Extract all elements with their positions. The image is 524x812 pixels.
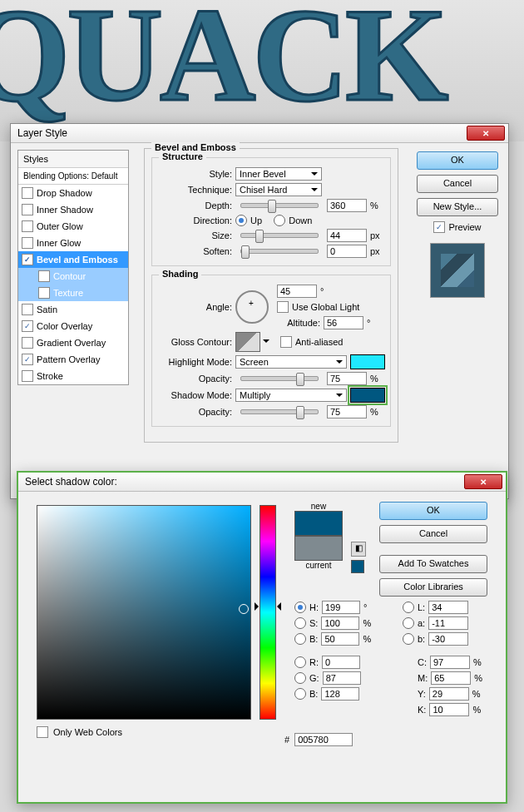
canvas-bg: QUACK	[0, 0, 524, 141]
soften-slider[interactable]	[240, 249, 319, 254]
picker-ok-button[interactable]: OK	[379, 502, 487, 520]
r-radio[interactable]	[294, 656, 306, 668]
s-input[interactable]: 100	[321, 616, 359, 630]
layer-style-dialog: Layer Style ✕ Styles Blending Options: D…	[10, 123, 509, 499]
a-input[interactable]: -11	[428, 616, 468, 630]
style-satin[interactable]: Satin	[18, 301, 128, 318]
y-input[interactable]: 29	[429, 687, 469, 701]
style-color-overlay[interactable]: Color Overlay	[18, 318, 128, 334]
new-color-swatch[interactable]	[294, 511, 343, 536]
b-input[interactable]: 50	[321, 632, 359, 646]
style-drop-shadow[interactable]: Drop Shadow	[18, 185, 128, 201]
color-libraries-button[interactable]: Color Libraries	[379, 578, 487, 597]
technique-select[interactable]: Chisel Hard	[235, 183, 322, 196]
structure-group: Structure Style:Inner Bevel Technique:Ch…	[151, 157, 391, 266]
style-inner-shadow[interactable]: Inner Shadow	[18, 201, 128, 218]
c-input[interactable]: 97	[430, 656, 470, 669]
preview-checkbox[interactable]	[433, 221, 445, 233]
g-input[interactable]: 87	[323, 671, 361, 685]
lab-b-input[interactable]: -30	[428, 632, 468, 646]
gamut-swatch[interactable]	[351, 560, 364, 573]
ok-button[interactable]: OK	[417, 151, 498, 170]
antialiased-checkbox[interactable]	[280, 336, 292, 348]
color-picker-dialog: Select shadow color: ✕ new current ◧ OK …	[17, 471, 507, 804]
preview-swatch	[430, 243, 485, 298]
direction-down-radio[interactable]	[274, 215, 285, 226]
shading-group: Shading Angle: 45° Use Global Light Alti…	[151, 275, 391, 427]
highlight-opacity-slider[interactable]	[240, 376, 319, 381]
r-input[interactable]: 0	[322, 656, 360, 669]
gloss-contour[interactable]	[235, 332, 260, 352]
b-radio[interactable]	[294, 633, 306, 645]
altitude-input[interactable]: 56	[324, 316, 363, 329]
h-radio[interactable]	[294, 602, 306, 613]
close-icon[interactable]: ✕	[464, 474, 502, 489]
bb-input[interactable]: 128	[321, 687, 359, 701]
k-input[interactable]: 10	[429, 703, 469, 716]
style-gradient-overlay[interactable]: Gradient Overlay	[18, 334, 128, 351]
l-radio[interactable]	[403, 602, 414, 613]
m-input[interactable]: 65	[431, 671, 471, 685]
depth-input[interactable]: 360	[327, 199, 367, 212]
titlebar[interactable]: Layer Style ✕	[11, 124, 508, 143]
styles-header[interactable]: Styles	[18, 151, 128, 168]
new-current-swatch: new current	[294, 502, 343, 570]
color-field[interactable]	[37, 505, 251, 720]
angle-input[interactable]: 45	[277, 285, 317, 298]
hsb-rgb-fields: H:199° S:100% B:50% R:0 G:87 B:128	[294, 598, 371, 703]
s-radio[interactable]	[294, 617, 306, 629]
shadow-mode-select[interactable]: Multiply	[235, 389, 347, 402]
current-color-swatch[interactable]	[294, 536, 343, 561]
style-select[interactable]: Inner Bevel	[235, 167, 322, 181]
h-input[interactable]: 199	[322, 601, 360, 614]
global-light-checkbox[interactable]	[277, 301, 289, 313]
svg-text:QUACK: QUACK	[0, 0, 448, 129]
picker-title: Select shadow color:	[25, 476, 464, 488]
style-inner-glow[interactable]: Inner Glow	[18, 235, 128, 251]
style-pattern-overlay[interactable]: Pattern Overlay	[18, 351, 128, 368]
only-web-colors-checkbox[interactable]	[37, 726, 48, 738]
gamut-warning-icon[interactable]: ◧	[351, 542, 366, 557]
style-outer-glow[interactable]: Outer Glow	[18, 218, 128, 235]
add-swatches-button[interactable]: Add To Swatches	[379, 555, 487, 573]
new-style-button[interactable]: New Style...	[417, 198, 498, 216]
hue-marker[interactable]	[255, 602, 281, 611]
dialog-buttons: OK Cancel New Style... Preview	[407, 143, 508, 499]
size-slider[interactable]	[240, 233, 319, 238]
picker-cancel-button[interactable]: Cancel	[379, 525, 487, 543]
angle-dial[interactable]	[235, 290, 269, 324]
lab-b-radio[interactable]	[403, 633, 414, 645]
color-field-marker[interactable]	[239, 604, 249, 614]
direction-up-radio[interactable]	[235, 215, 247, 226]
g-radio[interactable]	[294, 672, 306, 684]
lab-cmyk-fields: L:34 a:-11 b:-30 C:97% M:65% Y:29% K:10%	[403, 598, 482, 719]
l-input[interactable]: 34	[428, 601, 468, 614]
picker-titlebar[interactable]: Select shadow color: ✕	[18, 473, 506, 492]
close-icon[interactable]: ✕	[467, 126, 505, 141]
style-texture[interactable]: Texture	[18, 285, 128, 301]
style-contour[interactable]: Contour	[18, 268, 128, 285]
hue-slider[interactable]	[260, 505, 276, 720]
styles-sidebar: Styles Blending Options: Default Drop Sh…	[11, 143, 136, 499]
highlight-opacity-input[interactable]: 75	[327, 372, 367, 385]
a-radio[interactable]	[403, 617, 414, 629]
size-input[interactable]: 44	[327, 229, 367, 242]
hex-input[interactable]: 005780	[294, 733, 353, 746]
bb-radio[interactable]	[294, 688, 306, 700]
shadow-opacity-slider[interactable]	[240, 409, 319, 414]
highlight-color-swatch[interactable]	[350, 354, 385, 369]
shadow-color-swatch[interactable]	[350, 388, 385, 403]
shadow-opacity-input[interactable]: 75	[327, 405, 367, 418]
depth-slider[interactable]	[240, 203, 319, 208]
dialog-title: Layer Style	[17, 127, 467, 139]
bevel-group: Bevel and Emboss Structure Style:Inner B…	[144, 148, 398, 443]
highlight-mode-select[interactable]: Screen	[235, 355, 347, 369]
blending-header[interactable]: Blending Options: Default	[18, 168, 128, 185]
style-bevel-emboss[interactable]: Bevel and Emboss	[18, 251, 128, 268]
cancel-button[interactable]: Cancel	[417, 175, 498, 193]
soften-input[interactable]: 0	[327, 245, 367, 258]
style-stroke[interactable]: Stroke	[18, 368, 128, 384]
